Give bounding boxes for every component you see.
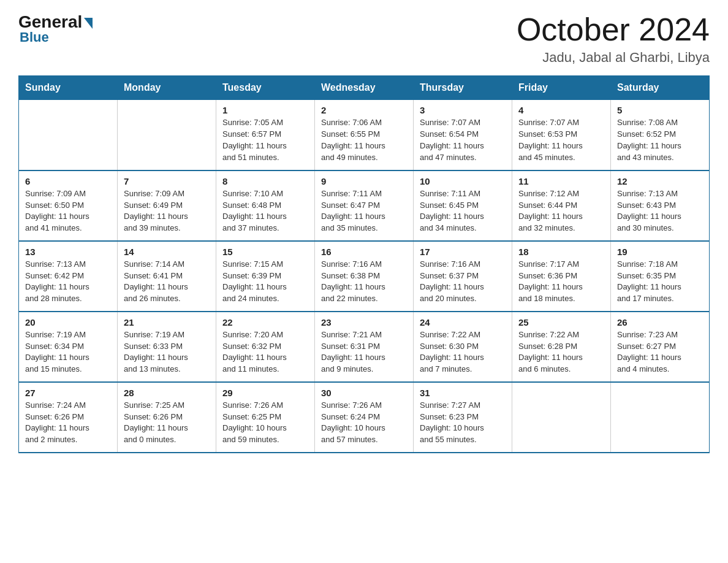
calendar-cell: 8Sunrise: 7:10 AM Sunset: 6:48 PM Daylig…	[216, 170, 315, 241]
calendar-cell: 21Sunrise: 7:19 AM Sunset: 6:33 PM Dayli…	[118, 312, 216, 382]
weekday-header-thursday: Thursday	[414, 76, 512, 100]
calendar-cell: 15Sunrise: 7:15 AM Sunset: 6:39 PM Dayli…	[216, 241, 315, 312]
day-number: 24	[420, 317, 506, 327]
day-number: 13	[25, 247, 111, 257]
day-info: Sunrise: 7:13 AM Sunset: 6:43 PM Dayligh…	[617, 188, 703, 234]
day-number: 26	[617, 317, 703, 327]
day-number: 8	[222, 176, 308, 186]
day-info: Sunrise: 7:22 AM Sunset: 6:28 PM Dayligh…	[518, 329, 604, 375]
calendar-cell: 17Sunrise: 7:16 AM Sunset: 6:37 PM Dayli…	[414, 241, 512, 312]
page-header: General Blue October 2024 Jadu, Jabal al…	[18, 12, 710, 66]
month-year-title: October 2024	[517, 12, 710, 47]
day-info: Sunrise: 7:25 AM Sunset: 6:26 PM Dayligh…	[124, 400, 210, 446]
day-number: 19	[617, 247, 703, 257]
day-info: Sunrise: 7:18 AM Sunset: 6:35 PM Dayligh…	[617, 259, 703, 305]
day-info: Sunrise: 7:11 AM Sunset: 6:45 PM Dayligh…	[420, 188, 506, 234]
day-info: Sunrise: 7:23 AM Sunset: 6:27 PM Dayligh…	[617, 329, 703, 375]
day-info: Sunrise: 7:15 AM Sunset: 6:39 PM Dayligh…	[222, 259, 308, 305]
calendar-cell: 5Sunrise: 7:08 AM Sunset: 6:52 PM Daylig…	[611, 100, 710, 170]
day-info: Sunrise: 7:13 AM Sunset: 6:42 PM Dayligh…	[25, 259, 111, 305]
day-number: 16	[321, 247, 407, 257]
day-info: Sunrise: 7:27 AM Sunset: 6:23 PM Dayligh…	[420, 400, 506, 446]
weekday-header-row: SundayMondayTuesdayWednesdayThursdayFrid…	[19, 76, 710, 100]
day-number: 9	[321, 176, 407, 186]
day-info: Sunrise: 7:09 AM Sunset: 6:49 PM Dayligh…	[124, 188, 210, 234]
day-number: 20	[25, 317, 111, 327]
day-number: 31	[420, 388, 506, 398]
day-number: 5	[617, 105, 703, 115]
day-number: 1	[222, 105, 308, 115]
day-number: 10	[420, 176, 506, 186]
calendar-cell: 11Sunrise: 7:12 AM Sunset: 6:44 PM Dayli…	[512, 170, 611, 241]
day-number: 21	[124, 317, 210, 327]
day-info: Sunrise: 7:16 AM Sunset: 6:37 PM Dayligh…	[420, 259, 506, 305]
calendar-cell: 31Sunrise: 7:27 AM Sunset: 6:23 PM Dayli…	[414, 382, 512, 453]
day-number: 7	[124, 176, 210, 186]
day-info: Sunrise: 7:20 AM Sunset: 6:32 PM Dayligh…	[222, 329, 308, 375]
day-info: Sunrise: 7:26 AM Sunset: 6:25 PM Dayligh…	[222, 400, 308, 446]
weekday-header-tuesday: Tuesday	[216, 76, 315, 100]
day-number: 23	[321, 317, 407, 327]
calendar-cell: 3Sunrise: 7:07 AM Sunset: 6:54 PM Daylig…	[414, 100, 512, 170]
title-block: October 2024 Jadu, Jabal al Gharbi, Liby…	[517, 12, 710, 66]
weekday-header-saturday: Saturday	[611, 76, 710, 100]
calendar-cell: 4Sunrise: 7:07 AM Sunset: 6:53 PM Daylig…	[512, 100, 611, 170]
calendar-cell: 19Sunrise: 7:18 AM Sunset: 6:35 PM Dayli…	[611, 241, 710, 312]
day-number: 18	[518, 247, 604, 257]
calendar-cell: 1Sunrise: 7:05 AM Sunset: 6:57 PM Daylig…	[216, 100, 315, 170]
calendar-cell	[611, 382, 710, 453]
day-number: 11	[518, 176, 604, 186]
day-number: 3	[420, 105, 506, 115]
day-info: Sunrise: 7:12 AM Sunset: 6:44 PM Dayligh…	[518, 188, 604, 234]
weekday-header-monday: Monday	[118, 76, 216, 100]
day-info: Sunrise: 7:07 AM Sunset: 6:53 PM Dayligh…	[518, 117, 604, 163]
day-number: 17	[420, 247, 506, 257]
calendar-cell: 28Sunrise: 7:25 AM Sunset: 6:26 PM Dayli…	[118, 382, 216, 453]
calendar-cell	[512, 382, 611, 453]
day-info: Sunrise: 7:09 AM Sunset: 6:50 PM Dayligh…	[25, 188, 111, 234]
day-number: 27	[25, 388, 111, 398]
calendar-cell: 27Sunrise: 7:24 AM Sunset: 6:26 PM Dayli…	[19, 382, 118, 453]
calendar-cell: 26Sunrise: 7:23 AM Sunset: 6:27 PM Dayli…	[611, 312, 710, 382]
day-info: Sunrise: 7:21 AM Sunset: 6:31 PM Dayligh…	[321, 329, 407, 375]
day-info: Sunrise: 7:22 AM Sunset: 6:30 PM Dayligh…	[420, 329, 506, 375]
day-number: 22	[222, 317, 308, 327]
day-number: 14	[124, 247, 210, 257]
day-info: Sunrise: 7:19 AM Sunset: 6:33 PM Dayligh…	[124, 329, 210, 375]
calendar-week-row: 27Sunrise: 7:24 AM Sunset: 6:26 PM Dayli…	[19, 382, 710, 453]
day-number: 12	[617, 176, 703, 186]
calendar-cell: 7Sunrise: 7:09 AM Sunset: 6:49 PM Daylig…	[118, 170, 216, 241]
calendar-week-row: 13Sunrise: 7:13 AM Sunset: 6:42 PM Dayli…	[19, 241, 710, 312]
day-info: Sunrise: 7:06 AM Sunset: 6:55 PM Dayligh…	[321, 117, 407, 163]
day-number: 30	[321, 388, 407, 398]
day-info: Sunrise: 7:24 AM Sunset: 6:26 PM Dayligh…	[25, 400, 111, 446]
day-info: Sunrise: 7:26 AM Sunset: 6:24 PM Dayligh…	[321, 400, 407, 446]
day-number: 15	[222, 247, 308, 257]
calendar-week-row: 20Sunrise: 7:19 AM Sunset: 6:34 PM Dayli…	[19, 312, 710, 382]
calendar-cell: 30Sunrise: 7:26 AM Sunset: 6:24 PM Dayli…	[315, 382, 414, 453]
day-number: 2	[321, 105, 407, 115]
calendar-cell: 29Sunrise: 7:26 AM Sunset: 6:25 PM Dayli…	[216, 382, 315, 453]
day-info: Sunrise: 7:16 AM Sunset: 6:38 PM Dayligh…	[321, 259, 407, 305]
day-info: Sunrise: 7:17 AM Sunset: 6:36 PM Dayligh…	[518, 259, 604, 305]
day-number: 4	[518, 105, 604, 115]
day-number: 28	[124, 388, 210, 398]
day-info: Sunrise: 7:05 AM Sunset: 6:57 PM Dayligh…	[222, 117, 308, 163]
calendar-cell: 2Sunrise: 7:06 AM Sunset: 6:55 PM Daylig…	[315, 100, 414, 170]
day-info: Sunrise: 7:19 AM Sunset: 6:34 PM Dayligh…	[25, 329, 111, 375]
calendar-cell: 13Sunrise: 7:13 AM Sunset: 6:42 PM Dayli…	[19, 241, 118, 312]
calendar-cell: 22Sunrise: 7:20 AM Sunset: 6:32 PM Dayli…	[216, 312, 315, 382]
logo-blue-text: Blue	[20, 29, 49, 45]
calendar-header: SundayMondayTuesdayWednesdayThursdayFrid…	[19, 76, 710, 100]
calendar-cell: 10Sunrise: 7:11 AM Sunset: 6:45 PM Dayli…	[414, 170, 512, 241]
calendar-cell: 24Sunrise: 7:22 AM Sunset: 6:30 PM Dayli…	[414, 312, 512, 382]
calendar-cell: 20Sunrise: 7:19 AM Sunset: 6:34 PM Dayli…	[19, 312, 118, 382]
day-info: Sunrise: 7:07 AM Sunset: 6:54 PM Dayligh…	[420, 117, 506, 163]
calendar-cell: 16Sunrise: 7:16 AM Sunset: 6:38 PM Dayli…	[315, 241, 414, 312]
calendar-cell: 9Sunrise: 7:11 AM Sunset: 6:47 PM Daylig…	[315, 170, 414, 241]
day-info: Sunrise: 7:10 AM Sunset: 6:48 PM Dayligh…	[222, 188, 308, 234]
weekday-header-friday: Friday	[512, 76, 611, 100]
calendar-cell: 12Sunrise: 7:13 AM Sunset: 6:43 PM Dayli…	[611, 170, 710, 241]
weekday-header-wednesday: Wednesday	[315, 76, 414, 100]
calendar-cell: 18Sunrise: 7:17 AM Sunset: 6:36 PM Dayli…	[512, 241, 611, 312]
